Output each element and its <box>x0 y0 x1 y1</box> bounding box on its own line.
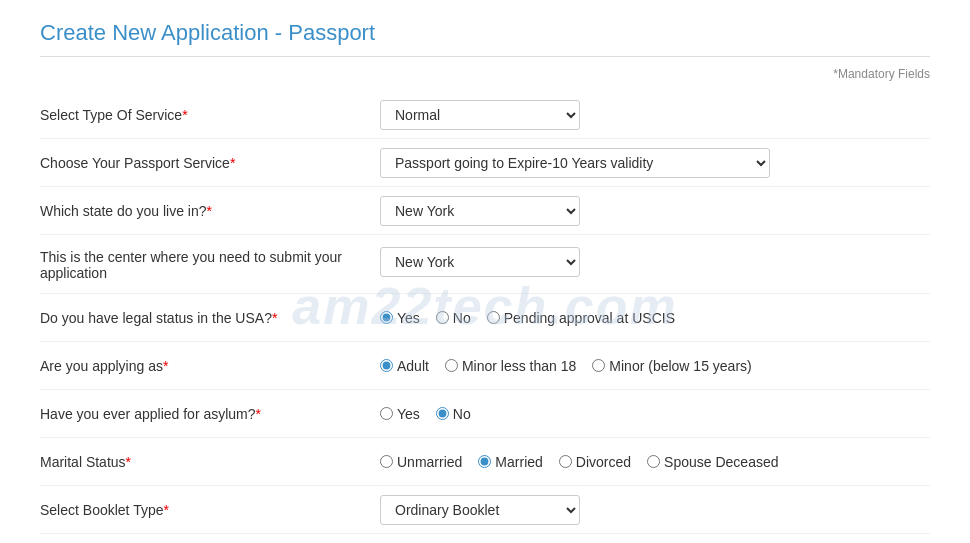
row-submit-center: This is the center where you need to sub… <box>40 235 930 294</box>
select-passport-service[interactable]: Passport going to Expire-10 Years validi… <box>380 148 770 178</box>
page-container: am22tech.com Create New Application - Pa… <box>0 0 970 543</box>
radio-asylum-no-input[interactable] <box>436 407 449 420</box>
label-booklet-type: Select Booklet Type* <box>40 502 380 518</box>
row-state: Which state do you live in?* New York Ca… <box>40 187 930 235</box>
required-marker: * <box>230 155 235 171</box>
row-applying-as: Are you applying as* Adult Minor less th… <box>40 342 930 390</box>
radio-unmarried[interactable]: Unmarried <box>380 454 462 470</box>
radio-unmarried-input[interactable] <box>380 455 393 468</box>
control-marital-status: Unmarried Married Divorced Spouse Deceas… <box>380 454 930 470</box>
row-marital-status: Marital Status* Unmarried Married Divorc… <box>40 438 930 486</box>
radio-group-legal-status: Yes No Pending approval at USCIS <box>380 310 675 326</box>
radio-married[interactable]: Married <box>478 454 542 470</box>
radio-group-marital: Unmarried Married Divorced Spouse Deceas… <box>380 454 779 470</box>
row-service-type: Select Type Of Service* Normal Tatkal <box>40 91 930 139</box>
row-asylum: Have you ever applied for asylum?* Yes N… <box>40 390 930 438</box>
required-marker: * <box>207 203 212 219</box>
required-marker: * <box>256 406 261 422</box>
row-passport-service: Choose Your Passport Service* Passport g… <box>40 139 930 187</box>
radio-legal-no-input[interactable] <box>436 311 449 324</box>
control-legal-status: Yes No Pending approval at USCIS <box>380 310 930 326</box>
required-marker: * <box>126 454 131 470</box>
select-state[interactable]: New York California Texas <box>380 196 580 226</box>
radio-minor15[interactable]: Minor (below 15 years) <box>592 358 751 374</box>
label-passport-service: Choose Your Passport Service* <box>40 155 380 171</box>
label-applying-as: Are you applying as* <box>40 358 380 374</box>
required-marker: * <box>182 107 187 123</box>
radio-group-applying-as: Adult Minor less than 18 Minor (below 15… <box>380 358 752 374</box>
row-booklet-type: Select Booklet Type* Ordinary Booklet Ju… <box>40 486 930 534</box>
row-legal-status: Do you have legal status in the USA?* Ye… <box>40 294 930 342</box>
radio-minor18[interactable]: Minor less than 18 <box>445 358 576 374</box>
radio-asylum-yes[interactable]: Yes <box>380 406 420 422</box>
select-service-type[interactable]: Normal Tatkal <box>380 100 580 130</box>
control-submit-center: New York Los Angeles Chicago <box>380 247 930 277</box>
radio-legal-pending-input[interactable] <box>487 311 500 324</box>
page-title: Create New Application - Passport <box>40 20 930 57</box>
label-service-type: Select Type Of Service* <box>40 107 380 123</box>
radio-spouse-deceased[interactable]: Spouse Deceased <box>647 454 778 470</box>
mandatory-note: *Mandatory Fields <box>40 67 930 81</box>
control-service-type: Normal Tatkal <box>380 100 930 130</box>
radio-spouse-deceased-input[interactable] <box>647 455 660 468</box>
control-asylum: Yes No <box>380 406 930 422</box>
radio-married-input[interactable] <box>478 455 491 468</box>
label-legal-status: Do you have legal status in the USA?* <box>40 310 380 326</box>
radio-asylum-no[interactable]: No <box>436 406 471 422</box>
control-booklet-type: Ordinary Booklet Jumbo Booklet <box>380 495 930 525</box>
required-marker: * <box>163 358 168 374</box>
radio-minor15-input[interactable] <box>592 359 605 372</box>
control-applying-as: Adult Minor less than 18 Minor (below 15… <box>380 358 930 374</box>
radio-divorced[interactable]: Divorced <box>559 454 631 470</box>
radio-legal-pending[interactable]: Pending approval at USCIS <box>487 310 675 326</box>
label-state: Which state do you live in?* <box>40 203 380 219</box>
control-state: New York California Texas <box>380 196 930 226</box>
radio-legal-yes[interactable]: Yes <box>380 310 420 326</box>
row-passport-format: Passport Format* Handwritten Machine Rea… <box>40 534 930 543</box>
label-submit-center: This is the center where you need to sub… <box>40 247 380 281</box>
required-marker: * <box>163 502 168 518</box>
select-booklet-type[interactable]: Ordinary Booklet Jumbo Booklet <box>380 495 580 525</box>
control-passport-service: Passport going to Expire-10 Years validi… <box>380 148 930 178</box>
select-submit-center[interactable]: New York Los Angeles Chicago <box>380 247 580 277</box>
label-marital-status: Marital Status* <box>40 454 380 470</box>
radio-divorced-input[interactable] <box>559 455 572 468</box>
radio-legal-no[interactable]: No <box>436 310 471 326</box>
radio-legal-yes-input[interactable] <box>380 311 393 324</box>
radio-asylum-yes-input[interactable] <box>380 407 393 420</box>
label-asylum: Have you ever applied for asylum?* <box>40 406 380 422</box>
radio-adult-input[interactable] <box>380 359 393 372</box>
required-marker: * <box>272 310 277 326</box>
radio-minor18-input[interactable] <box>445 359 458 372</box>
radio-adult[interactable]: Adult <box>380 358 429 374</box>
radio-group-asylum: Yes No <box>380 406 471 422</box>
